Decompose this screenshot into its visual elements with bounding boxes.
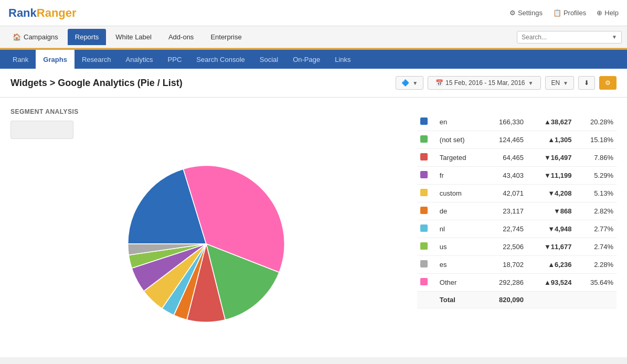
- legend-pct: 2.28%: [575, 256, 617, 274]
- legend-change: ▲38,627: [527, 113, 575, 131]
- widget-dropdown-icon: ▼: [412, 80, 418, 86]
- page-title: Widgets > Google Analytics (Pie / List): [10, 78, 183, 89]
- legend-color-box: [420, 153, 428, 160]
- language-button[interactable]: EN ▼: [545, 76, 574, 90]
- download-button[interactable]: ⬇: [578, 76, 595, 90]
- legend-row: Other 292,286 ▲93,524 35.64%: [417, 274, 617, 292]
- widget-icon: 🔷: [401, 79, 409, 87]
- home-icon: 🏠: [13, 33, 21, 41]
- legend-pct: 20.28%: [575, 113, 617, 131]
- date-range-button[interactable]: 📅 15 Feb, 2016 - 15 Mar, 2016 ▼: [428, 76, 541, 90]
- legend-label: (not set): [437, 131, 483, 149]
- subnav-analytics[interactable]: Analytics: [119, 50, 161, 69]
- profiles-link[interactable]: 📋 Profiles: [553, 9, 586, 17]
- legend-value: 22,745: [483, 220, 527, 238]
- legend-color-cell: [417, 185, 437, 202]
- settings-label: Settings: [518, 9, 543, 17]
- legend-pct: 2.77%: [575, 220, 617, 238]
- legend-color-box: [420, 135, 428, 143]
- nav-reports[interactable]: Reports: [68, 29, 107, 45]
- legend-label: fr: [437, 167, 483, 185]
- widget-selector-button[interactable]: 🔷 ▼: [396, 76, 423, 90]
- settings-icon: ⚙: [509, 9, 516, 17]
- legend-row: nl 22,745 ▼4,948 2.77%: [417, 220, 617, 238]
- legend-value: 18,702: [483, 256, 527, 274]
- top-header-right: ⚙ Settings 📋 Profiles ⊕ Help: [509, 9, 619, 17]
- page-title-bar: Widgets > Google Analytics (Pie / List) …: [0, 69, 627, 98]
- lang-dropdown-icon: ▼: [563, 80, 568, 86]
- nav-enterprise-label: Enterprise: [210, 33, 241, 41]
- total-change-empty: [527, 292, 575, 308]
- content-area: Widgets > Google Analytics (Pie / List) …: [0, 69, 627, 357]
- legend-row: Targeted 64,465 ▼16,497 7.86%: [417, 149, 617, 167]
- pie-container: [10, 149, 401, 338]
- total-pct-empty: [575, 292, 617, 308]
- nav-campaigns[interactable]: 🏠 Campaigns: [5, 29, 66, 45]
- legend-row: fr 43,403 ▼11,199 5.29%: [417, 167, 617, 185]
- date-range-label: 15 Feb, 2016 - 15 Mar, 2016: [445, 79, 525, 87]
- legend-label: Other: [437, 274, 483, 292]
- legend-color-cell: [417, 202, 437, 220]
- profiles-icon: 📋: [553, 9, 561, 17]
- legend-change: ▲1,305: [527, 131, 575, 149]
- legend-color-cell: [417, 167, 437, 185]
- legend-row: (not set) 124,465 ▲1,305 15.18%: [417, 131, 617, 149]
- total-empty: [417, 292, 437, 308]
- left-panel: SEGMENT ANALYSIS: [10, 108, 401, 338]
- orange-bar: [0, 48, 627, 50]
- legend-color-box: [420, 117, 428, 125]
- legend-value: 23,117: [483, 202, 527, 220]
- subnav-onpage[interactable]: On-Page: [285, 50, 327, 69]
- legend-pct: 5.29%: [575, 167, 617, 185]
- legend-change: ▼16,497: [527, 149, 575, 167]
- nav-reports-label: Reports: [75, 33, 99, 41]
- nav-enterprise[interactable]: Enterprise: [203, 29, 249, 45]
- legend-value: 43,403: [483, 167, 527, 185]
- nav-whitelabel[interactable]: White Label: [108, 29, 159, 45]
- legend-color-box: [420, 171, 428, 178]
- search-box[interactable]: ▼: [517, 31, 622, 44]
- subnav-research[interactable]: Research: [75, 50, 119, 69]
- download-icon: ⬇: [584, 79, 589, 87]
- subnav-searchconsole[interactable]: Search Console: [189, 50, 252, 69]
- subnav-social[interactable]: Social: [252, 50, 285, 69]
- brand-logo: RankRanger: [8, 6, 77, 20]
- legend-color-box: [420, 278, 428, 285]
- widget-settings-button[interactable]: ⚙: [599, 76, 617, 90]
- date-dropdown-icon: ▼: [528, 80, 534, 86]
- legend-color-cell: [417, 149, 437, 167]
- subnav-ppc[interactable]: PPC: [161, 50, 189, 69]
- legend-label: es: [437, 256, 483, 274]
- nav-campaigns-label: Campaigns: [24, 33, 58, 41]
- legend-change: ▲93,524: [527, 274, 575, 292]
- help-icon: ⊕: [597, 9, 602, 17]
- help-label: Help: [604, 9, 619, 17]
- legend-value: 64,465: [483, 149, 527, 167]
- legend-color-cell: [417, 256, 437, 274]
- page-title-controls: 🔷 ▼ 📅 15 Feb, 2016 - 15 Mar, 2016 ▼ EN ▼…: [396, 76, 617, 90]
- legend-pct: 5.13%: [575, 185, 617, 202]
- help-link[interactable]: ⊕ Help: [597, 9, 619, 17]
- legend-value: 124,465: [483, 131, 527, 149]
- search-input[interactable]: [522, 34, 611, 41]
- legend-change: ▼4,948: [527, 220, 575, 238]
- total-value: 820,090: [483, 292, 527, 308]
- subnav-rank[interactable]: Rank: [5, 50, 36, 69]
- legend-value: 292,286: [483, 274, 527, 292]
- search-dropdown-icon: ▼: [612, 34, 617, 40]
- nav-bar: 🏠 Campaigns Reports White Label Add-ons …: [0, 26, 627, 48]
- legend-color-box: [420, 260, 428, 267]
- nav-addons[interactable]: Add-ons: [161, 29, 201, 45]
- subnav-links[interactable]: Links: [327, 50, 358, 69]
- legend-row: us 22,506 ▼11,677 2.74%: [417, 238, 617, 256]
- legend-change: ▼4,208: [527, 185, 575, 202]
- top-header: RankRanger ⚙ Settings 📋 Profiles ⊕ Help: [0, 0, 627, 26]
- settings-link[interactable]: ⚙ Settings: [509, 9, 543, 17]
- legend-color-cell: [417, 220, 437, 238]
- legend-color-box: [420, 224, 428, 232]
- legend-pct: 7.86%: [575, 149, 617, 167]
- legend-row: custom 42,071 ▼4,208 5.13%: [417, 185, 617, 202]
- legend-total-row: Total 820,090: [417, 292, 617, 308]
- subnav-graphs[interactable]: Graphs: [36, 50, 75, 69]
- brand-ranger: Ranger: [37, 6, 77, 19]
